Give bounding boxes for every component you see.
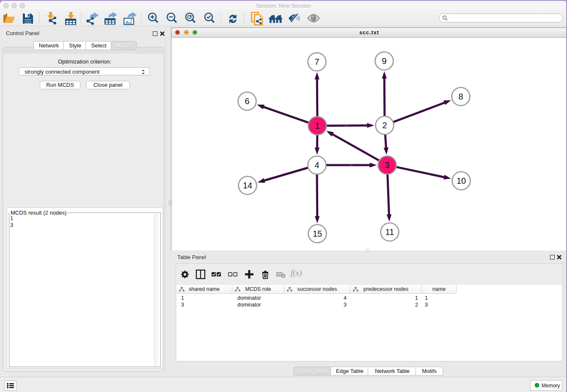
svg-text:6: 6 [245, 97, 249, 106]
svg-text:4: 4 [314, 160, 319, 170]
svg-text:9: 9 [382, 56, 386, 66]
svg-text:3: 3 [385, 160, 389, 170]
svg-text:8: 8 [458, 92, 463, 101]
svg-text:10: 10 [457, 176, 466, 185]
svg-text:14: 14 [243, 181, 252, 190]
svg-text:11: 11 [385, 227, 394, 237]
svg-text:2: 2 [382, 121, 387, 130]
svg-text:15: 15 [313, 229, 322, 238]
svg-text:1: 1 [315, 121, 319, 130]
svg-text:7: 7 [314, 57, 319, 66]
